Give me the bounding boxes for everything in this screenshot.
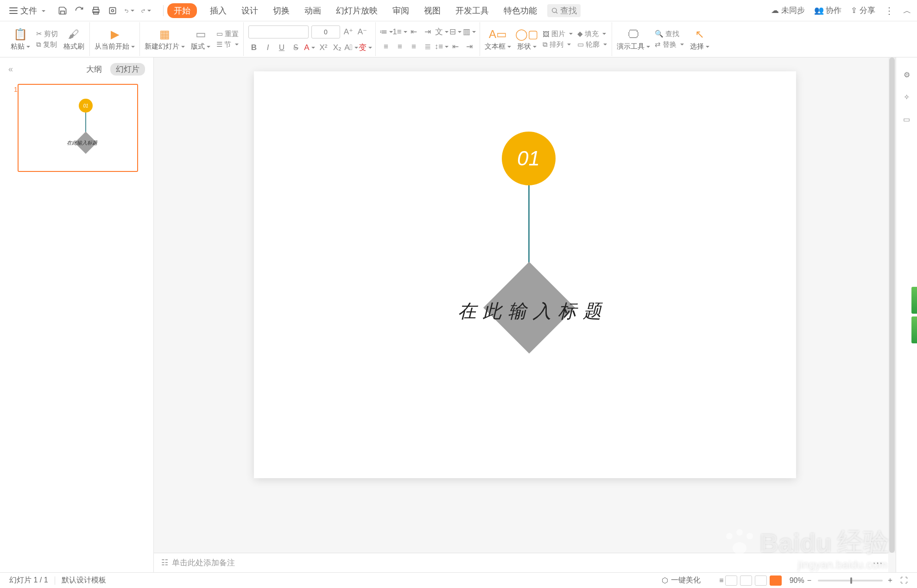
workspace: « 大纲 幻灯片 1 01 在此输入标题 ＋ 01 在此输入标题 ⚙ ✧ ▭ (0, 57, 917, 572)
columns-icon[interactable]: ▥ (464, 26, 475, 38)
slide-thumbnail-1[interactable]: 1 01 在此输入标题 (0, 80, 153, 176)
font-color-icon[interactable]: A (304, 42, 315, 53)
tab-view[interactable]: 视图 (422, 2, 443, 19)
picture-button[interactable]: 🖼 图片 (543, 30, 573, 38)
increase-indent-icon[interactable]: ⇥ (422, 26, 433, 38)
slide-circle-shape[interactable]: 01 (502, 132, 556, 185)
notes-bar[interactable]: ☷ 单击此处添加备注 ⋯ (154, 553, 888, 572)
format-painter-button[interactable]: 🖌 格式刷 (63, 27, 85, 51)
collab-button[interactable]: 👥 协作 (814, 5, 842, 16)
outline-tab[interactable]: 大纲 (86, 64, 102, 75)
decrease-font-icon[interactable]: A⁻ (357, 26, 368, 38)
cut-button[interactable]: ✂ 剪切 (36, 30, 58, 38)
fit-screen-icon[interactable]: ⛶ (900, 576, 908, 585)
beautify-button[interactable]: ⬡ 一键美化 (662, 575, 701, 585)
slides-tab[interactable]: 幻灯片 (110, 63, 145, 76)
undo-icon[interactable] (124, 6, 134, 16)
paste-button[interactable]: 📋 粘贴 (9, 27, 32, 51)
tab-review[interactable]: 审阅 (391, 2, 411, 19)
select-button[interactable]: ↖ 选择 (689, 27, 711, 51)
numbering-icon[interactable]: 1≡ (394, 26, 405, 38)
file-menu[interactable]: 文件 (6, 3, 49, 18)
tab-home[interactable]: 开始 (167, 3, 197, 18)
slideshow-view-icon[interactable] (770, 575, 782, 586)
print-icon[interactable] (91, 6, 101, 16)
zoom-handle[interactable] (850, 577, 852, 584)
tab-developer[interactable]: 开发工具 (454, 2, 491, 19)
scroll-thumb[interactable] (889, 57, 895, 553)
refresh-icon[interactable] (74, 6, 84, 16)
vertical-scrollbar[interactable] (888, 57, 896, 553)
superscript-icon[interactable]: X² (318, 42, 329, 53)
align-left-icon[interactable]: ≡ (380, 41, 392, 52)
tab-slideshow[interactable]: 幻灯片放映 (334, 2, 379, 19)
align-center-icon[interactable]: ≡ (394, 41, 405, 52)
sorter-view-icon[interactable] (740, 575, 752, 586)
reading-view-icon[interactable] (755, 575, 767, 586)
copy-button[interactable]: ⧉ 复制 (36, 40, 58, 49)
indent-left-icon[interactable]: ⇤ (450, 41, 461, 52)
zoom-out-icon[interactable]: − (807, 576, 811, 585)
font-family-select[interactable] (248, 25, 309, 38)
tab-animation[interactable]: 动画 (303, 2, 323, 19)
paste-label: 粘贴 (11, 42, 30, 51)
normal-view-icon[interactable] (725, 575, 737, 586)
more-icon[interactable]: ⋮ (885, 5, 894, 16)
collapse-panel-icon[interactable]: « (8, 64, 13, 74)
outline-button[interactable]: ▭ 轮廓 (577, 40, 607, 49)
star-rail-icon[interactable]: ✧ (902, 92, 912, 102)
increase-font-icon[interactable]: A⁺ (343, 26, 354, 38)
collapse-ribbon-icon[interactable]: ︿ (903, 5, 911, 16)
reset-button[interactable]: ▭ 重置 (216, 30, 239, 38)
tab-special[interactable]: 特色功能 (502, 2, 539, 19)
zoom-slider[interactable] (818, 580, 883, 582)
fill-button[interactable]: ◆ 填充 (577, 30, 607, 38)
print-preview-icon[interactable] (108, 6, 118, 16)
underline-icon[interactable]: U (276, 42, 287, 53)
italic-icon[interactable]: I (262, 42, 273, 53)
notes-more-icon[interactable]: ⋯ (873, 557, 884, 569)
notes-toggle-icon[interactable]: ≡ (719, 576, 723, 585)
feedback-tabs[interactable] (911, 287, 917, 343)
new-slide-button[interactable]: ▦ 新建幻灯片 (145, 27, 185, 51)
redo-icon[interactable] (141, 6, 151, 16)
tab-design[interactable]: 设计 (240, 2, 260, 19)
canvas-area[interactable]: 01 在此输入标题 (154, 57, 896, 572)
template-rail-icon[interactable]: ▭ (902, 114, 912, 124)
search-box[interactable]: 查找 (547, 4, 581, 17)
line-spacing-icon[interactable]: ↕≡ (436, 41, 447, 52)
shape-button[interactable]: ◯▢ 形状 (516, 27, 538, 51)
replace-button[interactable]: ⇄ 替换 (655, 40, 684, 49)
decrease-indent-icon[interactable]: ⇤ (408, 26, 419, 38)
zoom-value[interactable]: 90% (790, 576, 804, 585)
tab-insert[interactable]: 插入 (208, 2, 228, 19)
bullets-icon[interactable]: ≔ (380, 26, 392, 38)
justify-icon[interactable]: ≣ (422, 41, 433, 52)
find-button[interactable]: 🔍 查找 (655, 30, 684, 38)
font-size-select[interactable]: 0 (311, 25, 340, 38)
settings-rail-icon[interactable]: ⚙ (902, 70, 912, 80)
save-icon[interactable] (57, 6, 68, 16)
slide-title-text[interactable]: 在此输入标题 (458, 298, 608, 324)
sync-status[interactable]: ☁ 未同步 (771, 5, 805, 16)
bold-icon[interactable]: B (248, 42, 259, 53)
clear-format-icon[interactable]: Aͯ (346, 42, 357, 53)
section-button[interactable]: ☰ 节 (216, 40, 239, 49)
play-from-current-button[interactable]: ▶ 从当前开始 (95, 27, 135, 51)
presenter-tools-button[interactable]: 🖵 演示工具 (617, 27, 650, 51)
arrange-button[interactable]: ⧉ 排列 (543, 40, 573, 49)
subscript-icon[interactable]: X₂ (332, 42, 343, 53)
align-right-icon[interactable]: ≡ (408, 41, 419, 52)
share-button[interactable]: ⇪ 分享 (851, 5, 875, 16)
zoom-in-icon[interactable]: ＋ (886, 575, 894, 585)
strike-icon[interactable]: S̶ (290, 42, 301, 53)
play-icon: ▶ (108, 27, 122, 41)
textbox-button[interactable]: A▭ 文本框 (485, 27, 511, 51)
text-direction-icon[interactable]: 文 (436, 26, 447, 38)
slide-canvas[interactable]: 01 在此输入标题 (254, 71, 796, 478)
tab-transition[interactable]: 切换 (271, 2, 291, 19)
pinyin-icon[interactable]: 变 (360, 42, 371, 53)
layout-button[interactable]: ▭ 版式 (190, 27, 212, 51)
indent-right-icon[interactable]: ⇥ (464, 41, 475, 52)
align-text-icon[interactable]: ⊟ (450, 26, 461, 38)
